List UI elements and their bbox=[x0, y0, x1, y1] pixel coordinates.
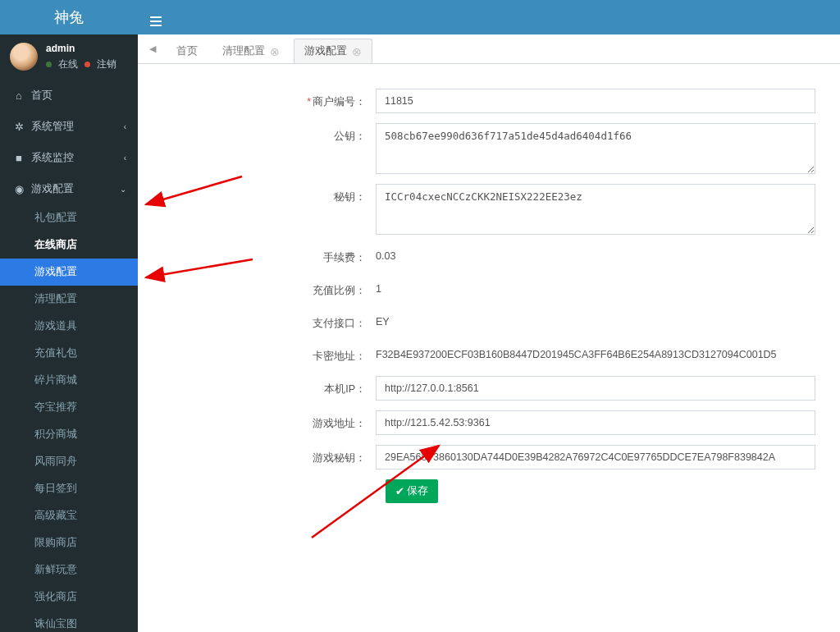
sidebar-item-recharge-gift[interactable]: 充值礼包 bbox=[0, 340, 138, 367]
sidebar-item-game-props[interactable]: 游戏道具 bbox=[0, 313, 138, 340]
close-icon[interactable]: ⊗ bbox=[352, 45, 362, 58]
button-row: ✔保存 bbox=[386, 479, 815, 503]
field-secret-key: 秘钥： ICCr04cxecNCCzCKK2NEISX222EE23ez bbox=[162, 184, 815, 235]
sidebar-item-together[interactable]: 风雨同舟 bbox=[0, 448, 138, 475]
label-pay-api: 支付接口： bbox=[162, 310, 376, 331]
nav-game-config[interactable]: ◉ 游戏配置 ⌄ bbox=[0, 173, 138, 204]
tab-label: 游戏配置 bbox=[304, 44, 347, 58]
input-game-url[interactable] bbox=[376, 410, 815, 435]
avatar bbox=[10, 43, 38, 71]
label-game-secret: 游戏秘钥： bbox=[162, 445, 376, 465]
sidebar-item-advanced-treasure[interactable]: 高级藏宝 bbox=[0, 502, 138, 529]
sidebar-item-fresh-play[interactable]: 新鲜玩意 bbox=[0, 556, 138, 584]
sidebar-item-limited-shop[interactable]: 限购商店 bbox=[0, 529, 138, 556]
field-game-url: 游戏地址： bbox=[162, 410, 815, 435]
field-game-secret: 游戏秘钥： bbox=[162, 445, 815, 469]
nav-label: 系统管理 bbox=[31, 119, 74, 134]
check-icon: ✔ bbox=[395, 485, 404, 497]
nav-label: 游戏配置 bbox=[31, 181, 74, 196]
user-panel: admin 在线 注销 bbox=[0, 34, 138, 80]
sidebar-item-clean-config[interactable]: 清理配置 bbox=[0, 286, 138, 313]
camera-icon: ■ bbox=[11, 152, 26, 164]
nav-label: 系统监控 bbox=[31, 150, 74, 165]
dashboard-icon: ◉ bbox=[11, 183, 26, 195]
input-secret-key[interactable]: ICCr04cxecNCCzCKK2NEISX222EE23ez bbox=[376, 184, 815, 235]
chevron-left-icon: ‹ bbox=[124, 122, 126, 131]
chevron-left-icon: ‹ bbox=[124, 153, 126, 163]
tabs-scroll-left[interactable]: ◀ bbox=[143, 34, 162, 63]
label-merchant-id: *商户编号： bbox=[162, 89, 376, 109]
user-info: admin 在线 注销 bbox=[46, 43, 116, 71]
input-game-secret[interactable] bbox=[376, 445, 815, 469]
tab-clean-config[interactable]: 清理配置⊗ bbox=[212, 39, 290, 63]
user-name: admin bbox=[46, 43, 116, 54]
sidebar-item-online-shop[interactable]: 在线商店 bbox=[0, 231, 138, 259]
label-recharge-ratio: 充值比例： bbox=[162, 277, 376, 298]
field-card-url: 卡密地址： F32B4E937200ECF03B160B8447D201945C… bbox=[162, 343, 815, 366]
field-public-key: 公钥： 508cb67ee990d636f717a51de45d4ad6404d… bbox=[162, 123, 815, 174]
sidebar-item-gift-config[interactable]: 礼包配置 bbox=[0, 204, 138, 231]
save-button[interactable]: ✔保存 bbox=[386, 479, 438, 503]
tab-game-config[interactable]: 游戏配置⊗ bbox=[294, 39, 372, 63]
label-local-ip: 本机IP： bbox=[162, 376, 376, 396]
field-recharge-ratio: 充值比例： 1 bbox=[162, 277, 815, 300]
status-dot-logout bbox=[84, 62, 90, 67]
topbar: 神兔 bbox=[0, 0, 840, 34]
status-online[interactable]: 在线 bbox=[58, 57, 78, 71]
user-status: 在线 注销 bbox=[46, 57, 116, 71]
value-recharge-ratio: 1 bbox=[376, 277, 815, 300]
label-card-url: 卡密地址： bbox=[162, 343, 376, 364]
tab-label: 清理配置 bbox=[222, 44, 265, 58]
label-secret-key: 秘钥： bbox=[162, 184, 376, 204]
input-merchant-id[interactable] bbox=[376, 89, 815, 113]
sidebar-item-enhance-shop[interactable]: 强化商店 bbox=[0, 584, 138, 611]
sidebar-item-points-mall[interactable]: 积分商城 bbox=[0, 421, 138, 448]
tab-label: 首页 bbox=[176, 44, 198, 58]
tabs-bar: ◀ 首页 清理配置⊗ 游戏配置⊗ bbox=[138, 34, 840, 64]
tab-home[interactable]: 首页 bbox=[166, 39, 208, 63]
nav-label: 首页 bbox=[31, 88, 52, 103]
chevron-down-icon: ⌄ bbox=[120, 185, 126, 194]
sidebar-item-fragment-mall[interactable]: 碎片商城 bbox=[0, 367, 138, 394]
label-fee: 手续费： bbox=[162, 245, 376, 265]
field-local-ip: 本机IP： bbox=[162, 376, 815, 401]
sidebar-item-zhuxian[interactable]: 诛仙宝图 bbox=[0, 611, 138, 632]
field-pay-api: 支付接口： EY bbox=[162, 310, 815, 333]
save-label: 保存 bbox=[407, 484, 428, 498]
content-panel: *商户编号： 公钥： 508cb67ee990d636f717a51de45d4… bbox=[138, 64, 840, 632]
nav-system-mgmt[interactable]: ✲ 系统管理 ‹ bbox=[0, 111, 138, 142]
nav-sub-game-config: 礼包配置 在线商店 游戏配置 清理配置 游戏道具 充值礼包 碎片商城 夺宝推荐 … bbox=[0, 204, 138, 632]
close-icon[interactable]: ⊗ bbox=[270, 45, 280, 58]
main-area: ◀ 首页 清理配置⊗ 游戏配置⊗ *商户编号： 公钥： 508cb67ee990… bbox=[138, 34, 840, 632]
nav-system-monitor[interactable]: ■ 系统监控 ‹ bbox=[0, 142, 138, 173]
label-public-key: 公钥： bbox=[162, 123, 376, 144]
label-game-url: 游戏地址： bbox=[162, 410, 376, 431]
value-fee: 0.03 bbox=[376, 245, 815, 268]
menu-toggle-icon[interactable] bbox=[138, 11, 174, 25]
input-local-ip[interactable] bbox=[376, 376, 815, 401]
home-icon: ⌂ bbox=[11, 89, 26, 102]
status-dot-online bbox=[46, 62, 52, 67]
brand-logo: 神兔 bbox=[0, 0, 138, 34]
field-fee: 手续费： 0.03 bbox=[162, 245, 815, 268]
gear-icon: ✲ bbox=[11, 121, 26, 133]
value-pay-api: EY bbox=[376, 310, 815, 333]
logout-link[interactable]: 注销 bbox=[97, 57, 116, 71]
sidebar-item-daily-signin[interactable]: 每日签到 bbox=[0, 475, 138, 502]
input-public-key[interactable]: 508cb67ee990d636f717a51de45d4ad6404d1f66 bbox=[376, 123, 815, 174]
sidebar-item-treasure[interactable]: 夺宝推荐 bbox=[0, 394, 138, 421]
sidebar-item-game-config[interactable]: 游戏配置 bbox=[0, 259, 138, 286]
nav-home[interactable]: ⌂ 首页 bbox=[0, 80, 138, 111]
value-card-url: F32B4E937200ECF03B160B8447D201945CA3FF64… bbox=[376, 343, 815, 366]
field-merchant-id: *商户编号： bbox=[162, 89, 815, 113]
sidebar: admin 在线 注销 ⌂ 首页 ✲ 系统管理 ‹ ■ 系统监控 ‹ ◉ 游戏配… bbox=[0, 34, 138, 632]
